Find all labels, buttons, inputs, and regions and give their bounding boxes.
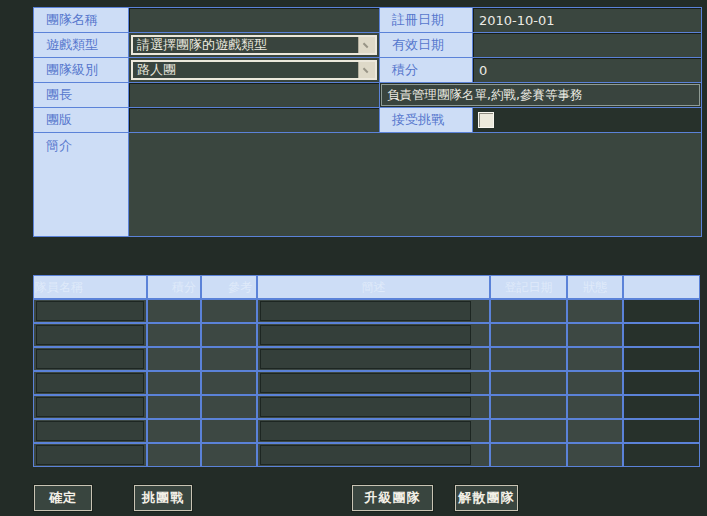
member-table: 隊員名稱 積分 參考 簡述 登記日期 狀態 [33,275,700,467]
cell-member-name[interactable] [34,420,146,442]
cell-register-date [491,300,566,322]
chevron-down-icon [363,39,371,47]
cell-status [568,444,622,466]
cell-actions [624,300,699,322]
accept-challenge-checkbox[interactable] [478,112,494,128]
cell-actions [624,372,699,394]
points-value: 0 [473,58,701,82]
team-level-dropdown-button[interactable] [358,62,375,78]
cell-description[interactable] [258,300,489,322]
leader-label: 團長 [34,83,128,107]
team-level-select[interactable]: 路人團 [131,60,377,80]
upgrade-team-button[interactable]: 升級團隊 [352,485,433,511]
confirm-button[interactable]: 確定 [34,485,92,511]
chevron-down-icon [363,64,371,72]
register-date-value: 2010-10-01 [473,8,701,32]
valid-date-label: 有效日期 [380,33,472,57]
team-name-label: 團隊名稱 [34,8,128,32]
cell-register-date [491,444,566,466]
cell-actions [624,324,699,346]
cell-description[interactable] [258,396,489,418]
game-type-cell: 請選擇團隊的遊戲類型 [129,33,379,57]
cell-status [568,300,622,322]
cell-reference [202,324,256,346]
cell-member-name[interactable] [34,300,146,322]
cell-register-date [491,324,566,346]
cell-reference [202,396,256,418]
team-form: 團隊名稱 註冊日期 2010-10-01 遊戲類型 請選擇團隊的遊戲類型 有效日… [33,7,702,237]
accept-challenge-label: 接受挑戰 [380,108,472,132]
cell-points [148,420,200,442]
cell-points [148,300,200,322]
cell-description[interactable] [258,324,489,346]
cell-member-name[interactable] [34,324,146,346]
header-description: 簡述 [258,276,489,298]
cell-reference [202,300,256,322]
team-level-cell: 路人團 [129,58,379,82]
header-status: 狀態 [568,276,622,298]
cell-register-date [491,396,566,418]
board-input[interactable] [129,108,379,132]
header-reference: 參考 [202,276,256,298]
cell-actions [624,444,699,466]
game-type-select[interactable]: 請選擇團隊的遊戲類型 [131,35,377,55]
cell-actions [624,396,699,418]
cell-points [148,396,200,418]
valid-date-value [473,33,701,57]
cell-status [568,396,622,418]
game-type-label: 遊戲類型 [34,33,128,57]
cell-reference [202,420,256,442]
cell-reference [202,348,256,370]
header-actions [624,276,699,298]
challenge-button[interactable]: 挑團戰 [134,485,192,511]
cell-description[interactable] [258,372,489,394]
header-points: 積分 [148,276,200,298]
disband-team-button[interactable]: 解散團隊 [455,485,518,511]
header-member-name: 隊員名稱 [34,276,146,298]
leader-input[interactable] [129,83,379,107]
points-label: 積分 [380,58,472,82]
intro-textarea[interactable] [129,133,701,236]
cell-description[interactable] [258,444,489,466]
team-level-label: 團隊級別 [34,58,128,82]
board-label: 團版 [34,108,128,132]
cell-member-name[interactable] [34,348,146,370]
cell-reference [202,372,256,394]
cell-register-date [491,372,566,394]
cell-points [148,348,200,370]
cell-points [148,372,200,394]
cell-status [568,324,622,346]
cell-reference [202,444,256,466]
cell-member-name[interactable] [34,396,146,418]
cell-register-date [491,420,566,442]
leader-note: 負責管理團隊名單,約戰,參賽等事務 [381,84,700,106]
team-level-selected: 路人團 [133,61,358,79]
game-type-dropdown-button[interactable] [358,37,375,53]
cell-member-name[interactable] [34,444,146,466]
cell-register-date [491,348,566,370]
register-date-label: 註冊日期 [380,8,472,32]
cell-actions [624,420,699,442]
accept-challenge-cell [473,108,701,132]
game-type-selected: 請選擇團隊的遊戲類型 [133,36,358,54]
cell-description[interactable] [258,348,489,370]
cell-description[interactable] [258,420,489,442]
intro-label: 簡介 [34,133,128,236]
cell-status [568,372,622,394]
cell-status [568,348,622,370]
team-name-input[interactable] [129,8,379,32]
cell-status [568,420,622,442]
header-register-date: 登記日期 [491,276,566,298]
leader-note-cell: 負責管理團隊名單,約戰,參賽等事務 [380,83,701,107]
cell-points [148,444,200,466]
cell-member-name[interactable] [34,372,146,394]
cell-actions [624,348,699,370]
cell-points [148,324,200,346]
